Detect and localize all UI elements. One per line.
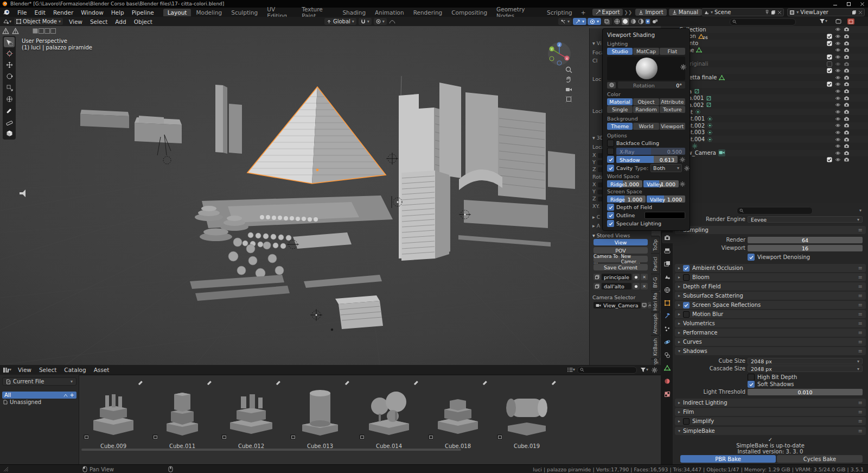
- panel-checkbox[interactable]: [683, 302, 690, 308]
- render-engine-dropdown[interactable]: Eevee▾: [748, 216, 863, 223]
- hide-eye-icon[interactable]: [835, 61, 841, 67]
- delete-scene-icon[interactable]: [777, 10, 782, 15]
- hide-eye-icon[interactable]: [835, 68, 841, 73]
- edit-asset-icon[interactable]: [207, 380, 212, 386]
- render-visibility-icon[interactable]: [844, 27, 850, 32]
- panel-bloom[interactable]: ▸Bloom≡: [675, 273, 866, 281]
- pbr-bake-button[interactable]: PBR Bake: [680, 455, 776, 463]
- collection-checkbox[interactable]: [827, 34, 832, 39]
- asset-menu-asset[interactable]: Asset: [90, 367, 113, 373]
- tool-cursor[interactable]: [4, 48, 15, 59]
- render-visibility-icon[interactable]: [844, 102, 850, 108]
- asset-editor-type-icon[interactable]: ▾: [0, 367, 14, 373]
- render-visibility-icon[interactable]: [844, 109, 850, 115]
- panel-performance[interactable]: ▸Performance≡: [675, 329, 866, 337]
- sidebar-tab-hdri-ma[interactable]: Hdri Ma: [651, 292, 660, 312]
- workspace-tab-rendering[interactable]: Rendering: [409, 9, 447, 16]
- render-visibility-icon[interactable]: [844, 157, 850, 162]
- sphere-icon[interactable]: [607, 82, 616, 89]
- cycles-bake-button[interactable]: Cycles Bake: [777, 455, 863, 463]
- panel-checkbox[interactable]: [683, 274, 690, 281]
- collection-checkbox[interactable]: [827, 81, 832, 87]
- close-button[interactable]: [860, 2, 865, 7]
- properties-tab-texture[interactable]: [662, 389, 673, 400]
- workspace-tab-modeling[interactable]: Modeling: [192, 9, 226, 16]
- camera-selector-dropdown[interactable]: View_Camera: [593, 302, 641, 308]
- studiolight-preview[interactable]: [607, 56, 685, 80]
- render-visibility-icon[interactable]: [844, 61, 850, 67]
- menu-render[interactable]: Render: [49, 9, 77, 16]
- asset-tile[interactable]: Cube.018: [426, 378, 490, 464]
- add-workspace-button[interactable]: +: [577, 9, 590, 16]
- hide-eye-icon[interactable]: [835, 47, 841, 53]
- render-visibility-icon[interactable]: [844, 150, 850, 156]
- tool-rotate[interactable]: [4, 71, 15, 81]
- outliner-row[interactable]: [661, 81, 868, 88]
- collection-checkbox[interactable]: [827, 61, 832, 67]
- menu-pipeline[interactable]: Pipeline: [128, 9, 158, 16]
- hide-eye-icon[interactable]: [835, 116, 841, 122]
- panel-screen-space-reflections[interactable]: ▸Screen Space Reflections≡: [675, 301, 866, 309]
- hide-eye-icon[interactable]: [835, 27, 841, 32]
- gear-icon[interactable]: [684, 166, 690, 171]
- render-visibility-icon[interactable]: [844, 41, 850, 46]
- properties-tab-material[interactable]: [662, 376, 673, 387]
- properties-tab-scene[interactable]: [662, 272, 673, 282]
- camera-to-view-button[interactable]: Camera To ...: [593, 256, 621, 262]
- new-scene-icon[interactable]: [771, 10, 776, 15]
- properties-tab-output[interactable]: [662, 245, 673, 256]
- viewport-menu-object[interactable]: Object: [130, 18, 156, 25]
- ss-ridge-slider[interactable]: Ridge1.000: [607, 195, 646, 203]
- hide-eye-icon[interactable]: [835, 109, 841, 115]
- edit-asset-icon[interactable]: [551, 380, 557, 386]
- background-option-theme[interactable]: Theme: [607, 123, 633, 130]
- shading-solid-icon[interactable]: [622, 18, 629, 25]
- delete-view-icon[interactable]: ✕: [641, 274, 648, 280]
- asset-tile[interactable]: Cube.012: [219, 378, 283, 464]
- minimize-button[interactable]: [833, 2, 838, 7]
- soft-shadows-checkbox[interactable]: [748, 381, 755, 388]
- warning-icon[interactable]: [2, 28, 9, 34]
- edit-asset-icon[interactable]: [276, 380, 281, 386]
- render-visibility-icon[interactable]: [844, 116, 850, 122]
- properties-tab-viewlayer[interactable]: [662, 258, 673, 269]
- stored-views-pov-button[interactable]: POV: [593, 247, 648, 254]
- properties-tab-physics[interactable]: [662, 337, 673, 348]
- collection-checkbox[interactable]: [827, 68, 832, 73]
- panel-motion-blur[interactable]: ▸Motion Blur≡: [675, 310, 866, 318]
- viewport-samples-value[interactable]: 16: [748, 245, 863, 251]
- delete-view-icon[interactable]: ✕: [641, 283, 648, 289]
- editor-type-icon[interactable]: ▾: [0, 18, 14, 24]
- sidebar-tab-by-g[interactable]: BY-G: [651, 274, 660, 291]
- hide-eye-icon[interactable]: [835, 150, 841, 156]
- viewport-denoising-checkbox[interactable]: [748, 254, 755, 261]
- filter-icon[interactable]: ▾: [819, 18, 827, 24]
- asset-source-dropdown[interactable]: Current File ▾: [2, 377, 76, 386]
- workspace-tab-layout[interactable]: Layout: [163, 9, 192, 16]
- zoom-icon[interactable]: [564, 65, 573, 74]
- workspace-tab-shading[interactable]: Shading: [338, 9, 370, 16]
- hide-eye-icon[interactable]: [835, 123, 841, 128]
- hide-eye-icon[interactable]: [835, 96, 841, 101]
- display-mode-icon[interactable]: ▾: [567, 367, 575, 373]
- gear-icon[interactable]: [680, 64, 686, 70]
- xray-slider[interactable]: X-Ray 0.500: [616, 148, 685, 155]
- panel-simplify[interactable]: ▸Simplify≡: [675, 417, 866, 425]
- overlays-toggle[interactable]: ▾: [588, 18, 601, 25]
- hide-eye-icon[interactable]: [835, 157, 841, 162]
- hide-eye-icon[interactable]: [835, 41, 841, 46]
- outliner-row[interactable]: Area: [661, 88, 868, 95]
- panel-shadows[interactable]: ▾Shadows≡: [675, 347, 866, 355]
- view-radio-icon[interactable]: [633, 283, 640, 289]
- panel-ambient-occlusion[interactable]: ▸Ambient Occlusion≡: [675, 264, 866, 272]
- hide-eye-icon[interactable]: [835, 34, 841, 39]
- outliner-row[interactable]: navetta finale: [661, 74, 868, 81]
- properties-tab-data[interactable]: [662, 363, 673, 374]
- panel-subsurface-scattering[interactable]: ▸Subsurface Scattering≡: [675, 292, 866, 300]
- xray-toggle[interactable]: [602, 18, 612, 25]
- shading-material-icon[interactable]: [630, 18, 636, 24]
- navigation-gizmo[interactable]: Z X Y: [547, 41, 572, 67]
- properties-tab-render[interactable]: [662, 232, 673, 243]
- hide-eye-icon[interactable]: [835, 81, 841, 87]
- panel-curves[interactable]: ▸Curves≡: [675, 338, 866, 346]
